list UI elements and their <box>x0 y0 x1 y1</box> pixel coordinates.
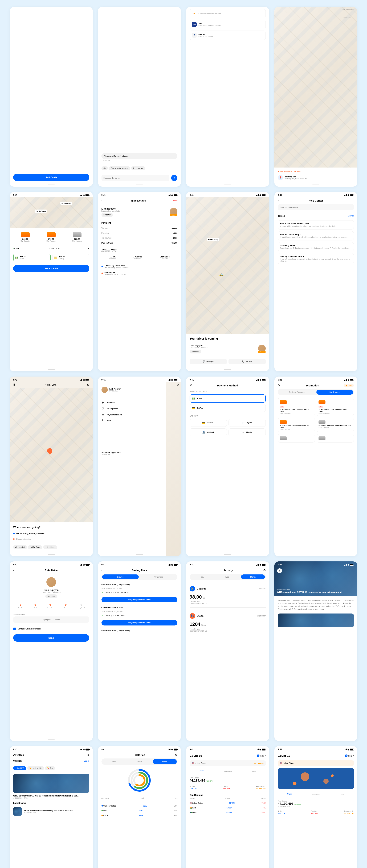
quick-destination[interactable]: Hai Ba Trung <box>28 545 42 549</box>
article-headline[interactable]: WHO strengthens COVID-19 response by imp… <box>13 795 89 797</box>
rating-star[interactable]: ♥Passable <box>48 603 53 609</box>
rating-star[interactable]: ♥Good <box>64 603 67 609</box>
tab-redeem[interactable]: Redeem Rewards <box>279 390 315 395</box>
article-image[interactable] <box>13 774 89 793</box>
tab-month[interactable]: Month <box>241 575 265 579</box>
news-item[interactable]: WHO's work towards vaccine equity contin… <box>13 806 89 817</box>
visa-option[interactable]: VISAVisaEnter information on the card› <box>190 20 266 29</box>
promo-toggle[interactable]: ▪ PROMOTION <box>48 248 59 250</box>
view-all-link[interactable]: View all <box>348 215 354 217</box>
destination-input[interactable] <box>16 537 89 541</box>
gear-icon[interactable]: ⚙ <box>87 383 89 386</box>
quick-reply[interactable]: Ok <box>102 166 108 170</box>
category-chip[interactable]: 💊 Den <box>45 766 55 770</box>
capay-card[interactable]: 💳$49.00CaPay <box>52 254 89 261</box>
delete-button[interactable]: Delete <box>172 199 177 202</box>
map[interactable]: CHO THANH TRINH NGO THI NHAM <box>274 7 358 167</box>
tab-case[interactable]: Case <box>199 770 203 773</box>
add-paypal[interactable]: PPayPal <box>228 419 266 427</box>
promo-card[interactable]: #Taxi4-$4.99 Discount for Total Bill $50… <box>317 418 354 432</box>
quick-reply[interactable]: I'm going out <box>131 166 145 170</box>
message-button[interactable]: 💬 Message <box>190 359 227 364</box>
menu-saving[interactable]: ♡Saving Pack <box>102 406 163 412</box>
tab-new[interactable]: New <box>341 794 344 796</box>
tab-vaccines[interactable]: Vaccines <box>224 770 232 772</box>
back-icon[interactable]: ‹ <box>190 568 193 572</box>
capay-method[interactable]: 💳CaPay <box>190 404 266 412</box>
rating-star[interactable]: ♥Very Bad <box>18 603 23 609</box>
gear-icon[interactable]: ⚙ <box>177 383 179 387</box>
tab-vaccines[interactable]: Vaccines <box>312 794 320 796</box>
tab-month[interactable]: Month <box>153 759 177 764</box>
category-chip[interactable]: 🧡 Health & Life <box>27 766 44 770</box>
send-button[interactable]: Send <box>13 634 89 642</box>
map[interactable] <box>10 388 93 522</box>
gear-icon[interactable]: ⚙ <box>175 753 177 756</box>
send-icon[interactable]: ↑ <box>171 175 177 181</box>
map[interactable]: Hai Ba Trung 🚕 <box>186 197 269 334</box>
help-link[interactable]: Help <box>348 755 352 757</box>
menu-icon[interactable]: ⠿ <box>87 753 89 756</box>
quick-reply[interactable]: Please wait a moment <box>109 166 130 170</box>
back-icon[interactable]: ‹ <box>102 199 105 203</box>
promo-card[interactable]: -15%#Car4-seater - 15% Discount for All … <box>317 398 354 416</box>
rating-star[interactable]: ♥Very Good <box>78 603 85 609</box>
checkbox[interactable]: ✓ <box>13 627 16 630</box>
message-input[interactable] <box>102 175 170 181</box>
back-icon[interactable]: ‹ <box>277 568 282 573</box>
menu-activities[interactable]: ⊕Activities <box>102 399 163 406</box>
add-citibank[interactable]: 🏦Citibank <box>190 429 227 436</box>
card-option[interactable]: ●●Enter information on the card› <box>190 9 266 19</box>
cash-method[interactable]: 💵Cash <box>190 395 266 403</box>
qr-icon[interactable]: ⠿ <box>88 248 89 250</box>
tab-browse[interactable]: Browse <box>102 575 139 579</box>
tab-case[interactable]: Case <box>287 793 292 796</box>
back-icon[interactable]: ‹ <box>102 753 105 757</box>
rating-star[interactable]: ♥Bad <box>34 603 37 609</box>
buy-pack-button[interactable]: Buy this pack with $4.99 <box>102 597 177 602</box>
menu-help[interactable]: ?Help <box>102 418 163 424</box>
buy-pack-button[interactable]: Buy this pack with $9.99 <box>102 620 177 625</box>
back-icon[interactable]: ‹ <box>278 199 281 203</box>
back-icon[interactable]: ‹ <box>102 568 105 572</box>
promo-card[interactable]: #Taxi4-seater - 20% Discount for All Tri… <box>278 418 315 432</box>
map[interactable]: Hai Ba Trung 43 Hang Bai <box>10 197 93 228</box>
tab-my-saving[interactable]: My Saving <box>140 575 177 579</box>
car-option[interactable]: $39.00Car 4-seater <box>72 232 82 242</box>
book-ride-button[interactable]: Book a Ride <box>13 265 89 272</box>
country-selector[interactable]: 🇺🇸 United States <box>278 761 354 766</box>
help-topic[interactable]: Canceling a rideCanceling a trip: 1. Tap… <box>278 242 354 251</box>
add-home-chip[interactable]: + Add Home <box>43 545 57 549</box>
tab-week[interactable]: Week <box>128 759 151 764</box>
tab-rewards[interactable]: My Rewards <box>316 390 353 395</box>
help-topic[interactable]: How do I create a trip?If your trip was … <box>278 231 354 241</box>
back-icon[interactable]: ‹ <box>13 568 17 572</box>
help-link[interactable]: Help <box>260 755 264 757</box>
tab-day[interactable]: Day <box>190 575 214 579</box>
gear-icon[interactable]: ⚙ <box>263 568 266 572</box>
quick-destination[interactable]: 43 Hang Bai <box>13 545 27 549</box>
world-map[interactable] <box>278 768 354 789</box>
tab-week[interactable]: Week <box>216 575 239 579</box>
see-all-link[interactable]: See all <box>84 760 89 762</box>
add-mizuho[interactable]: 🏛Mizuho <box>228 429 266 436</box>
promo-card[interactable]: -10%#Car4-seater - 10% Discount for All … <box>278 398 315 416</box>
tab-new[interactable]: New <box>252 770 256 772</box>
suggestion-item[interactable]: 📍 43 Hang Bai43 Hang Bai, Hoan Kiem, HN <box>278 174 354 182</box>
paypal-option[interactable]: PPaypalEnter email Paypal› <box>190 31 266 40</box>
add-cards-button[interactable]: Add Cards <box>13 174 89 181</box>
help-topic[interactable]: I left my phone in a vehicleIf you left … <box>278 253 354 264</box>
add-visa[interactable]: 💳Visa/Ma... <box>190 419 227 427</box>
search-input[interactable] <box>278 204 354 210</box>
help-topic[interactable]: How to add a new card to CaMoYou can add… <box>278 220 354 229</box>
cash-card[interactable]: 💵$49.00Cash <box>13 254 51 261</box>
comment-input[interactable] <box>13 616 89 623</box>
close-icon[interactable]: ✕ <box>278 383 281 387</box>
category-chip[interactable]: ✦ Covid-19 <box>13 766 26 770</box>
call-button[interactable]: 📞 Call now <box>228 359 266 364</box>
menu-icon[interactable]: ⠿ <box>13 383 15 386</box>
car-option[interactable]: $79.00Car 7-seater <box>47 232 56 242</box>
cash-toggle[interactable]: ▪ CASH <box>13 248 19 250</box>
car-option[interactable]: $49.00Car 4-seater <box>21 232 30 242</box>
menu-payment[interactable]: ▭Payment Method <box>102 412 163 418</box>
